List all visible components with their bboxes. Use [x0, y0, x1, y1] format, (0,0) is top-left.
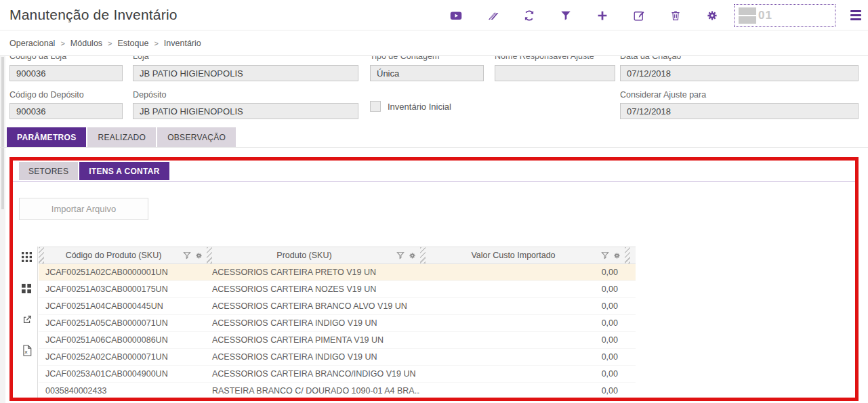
codigo-deposito-label: Código do Depósito — [9, 90, 84, 100]
field-loja: Loja — [133, 56, 358, 81]
clear-button[interactable] — [486, 9, 499, 22]
nome-responsavel-input[interactable] — [495, 65, 615, 81]
cell-produto: ACESSORIOS CARTEIRA INDIGO V19 UN — [207, 352, 420, 362]
card-view-button[interactable] — [22, 284, 31, 293]
column-header-sku[interactable]: Código do Produto (SKU) — [39, 247, 207, 263]
deposito-label: Depósito — [133, 90, 166, 100]
considerar-ajuste-input[interactable] — [620, 103, 859, 119]
cell-produto: ACESSORIOS CARTEIRA PRETO V19 UN — [207, 268, 420, 277]
cell-sku: JCAF00251A06CAB0000086UN — [39, 335, 207, 345]
codigo-loja-label: Código da Loja — [9, 56, 123, 61]
field-nome-responsavel: Nome Responsável Ajuste — [495, 56, 615, 81]
data-criacao-label: Data da Criação — [620, 56, 859, 61]
menu-button[interactable] — [850, 10, 861, 20]
nome-responsavel-label: Nome Responsável Ajuste — [495, 56, 615, 61]
open-external-button[interactable] — [22, 314, 33, 325]
export-excel-button[interactable]: x — [22, 345, 32, 356]
data-criacao-input[interactable] — [620, 65, 859, 81]
refresh-button[interactable] — [522, 9, 536, 22]
grid-layout-button[interactable] — [22, 252, 32, 262]
cell-sku: JCAF00251A02CAB0000001UN — [39, 268, 207, 277]
tipo-contagem-input[interactable] — [370, 65, 484, 81]
grid-header: Código do Produto (SKU) Produto (SKU) Va… — [39, 247, 636, 264]
table-row[interactable]: JCAF00251A06CAB0000086UN ACESSORIOS CART… — [39, 332, 636, 349]
column-header-produto[interactable]: Produto (SKU) — [207, 247, 420, 263]
cell-sku: JCAF00251A03CAB0000175UN — [39, 284, 207, 294]
add-button[interactable] — [596, 9, 609, 22]
subtab-itens-a-contar[interactable]: ITENS A CONTAR — [79, 162, 169, 180]
record-count-label: 01 — [758, 9, 772, 22]
subtab-setores[interactable]: SETORES — [19, 162, 78, 180]
plus-icon — [596, 9, 608, 22]
tabs-divider — [0, 147, 868, 148]
column-settings-icon[interactable] — [409, 252, 416, 259]
field-codigo-loja: Código da Loja — [9, 56, 123, 81]
codigo-loja-input[interactable] — [9, 65, 123, 81]
inventario-inicial-checkbox[interactable] — [370, 101, 381, 112]
column-resize-handle[interactable] — [625, 247, 630, 263]
tab-observacao[interactable]: OBSERVAÇÃO — [157, 127, 236, 147]
field-considerar-ajuste: Considerar Ajuste para — [620, 88, 859, 119]
column-settings-icon[interactable] — [613, 252, 621, 259]
loja-input[interactable] — [133, 65, 358, 81]
parametros-panel: SETORES ITENS A CONTAR Importar Arquivo … — [9, 157, 859, 401]
field-deposito: Depósito — [133, 88, 358, 119]
cell-produto: RASTEIRA BRANCO C/ DOURADO 1090-01 A4 BR… — [207, 386, 420, 396]
cell-produto: ACESSORIOS CARTEIRA PIMENTA V19 UN — [207, 335, 420, 345]
field-data-criacao: Data da Criação — [620, 56, 859, 81]
column-resize-handle[interactable] — [207, 247, 212, 263]
grid-3x3-icon — [22, 252, 32, 262]
breadcrumb: Operacional > Módulos > Estoque > Invent… — [0, 31, 868, 56]
table-row[interactable]: JCAF00251A04CAB000445UN ACESSORIOS CARTE… — [39, 298, 636, 315]
tab-parametros[interactable]: PARÂMETROS — [7, 127, 86, 147]
breadcrumb-estoque[interactable]: Estoque — [118, 39, 149, 48]
table-row[interactable]: JCAF00251A03CAB0000175UN ACESSORIOS CART… — [39, 281, 636, 298]
column-header-valor[interactable]: Valor Custo Importado — [420, 247, 625, 263]
importar-arquivo-button[interactable]: Importar Arquivo — [19, 198, 148, 220]
breadcrumb-modulos[interactable]: Módulos — [70, 39, 102, 48]
grid-2x2-icon — [22, 284, 31, 293]
inventory-maintenance-page: Manutenção de Inventário 01 Operacional … — [0, 0, 868, 403]
edit-button[interactable] — [632, 9, 646, 22]
table-row[interactable]: JCAF00251A02CAB0000001UN ACESSORIOS CART… — [39, 264, 636, 281]
trash-icon — [669, 9, 682, 22]
itens-a-contar-grid: Código do Produto (SKU) Produto (SKU) Va… — [39, 247, 636, 400]
cell-valor: 0,00 — [420, 352, 630, 362]
breadcrumb-inventario[interactable]: Inventário — [164, 39, 201, 48]
filter-funnel-icon[interactable] — [183, 251, 191, 259]
filter-button[interactable] — [559, 9, 573, 22]
table-row[interactable]: JCAF00251A05CAB0000071UN ACESSORIOS CART… — [39, 315, 636, 332]
cell-sku: JCAF00253A01CAB0004900UN — [39, 369, 207, 379]
column-settings-icon[interactable] — [195, 252, 203, 259]
loja-label: Loja — [133, 56, 358, 61]
app-header: Manutenção de Inventário 01 — [0, 0, 868, 30]
breadcrumb-separator: > — [154, 39, 158, 47]
cell-valor: 0,00 — [420, 335, 630, 345]
tab-realizado[interactable]: REALIZADO — [87, 127, 156, 147]
breadcrumb-separator: > — [108, 39, 112, 47]
grid-toolbar: x — [13, 247, 37, 398]
column-resize-handle[interactable] — [420, 247, 426, 263]
codigo-deposito-input[interactable] — [9, 103, 123, 119]
external-link-icon — [22, 314, 33, 325]
settings-button[interactable] — [705, 9, 719, 22]
filter-funnel-icon[interactable] — [601, 251, 609, 259]
cell-sku: JCAF00251A04CAB000445UN — [39, 301, 207, 311]
filter-funnel-icon[interactable] — [396, 251, 405, 259]
edit-icon — [633, 9, 645, 22]
play-icon — [450, 9, 462, 22]
sub-tabs: SETORES ITENS A CONTAR — [19, 162, 169, 180]
breadcrumb-operacional[interactable]: Operacional — [9, 39, 55, 48]
table-row[interactable]: 0035840002433 RASTEIRA BRANCO C/ DOURADO… — [39, 383, 636, 400]
run-button[interactable] — [449, 9, 463, 22]
record-count-badge[interactable]: 01 — [734, 4, 835, 27]
table-row[interactable]: JCAF00253A01CAB0004900UN ACESSORIOS CART… — [39, 366, 636, 383]
cell-produto: ACESSORIOS CARTEIRA NOZES V19 UN — [207, 284, 420, 294]
cell-valor: 0,00 — [420, 318, 630, 328]
table-row[interactable]: JCAF00252A02CAB0000071UN ACESSORIOS CART… — [39, 349, 636, 366]
column-resize-handle[interactable] — [39, 247, 44, 263]
deposito-input[interactable] — [133, 103, 358, 119]
delete-button[interactable] — [669, 9, 682, 22]
cell-produto: ACESSORIOS CARTEIRA BRANCO ALVO V19 UN — [207, 301, 420, 311]
main-tabs: PARÂMETROS REALIZADO OBSERVAÇÃO — [7, 127, 236, 147]
